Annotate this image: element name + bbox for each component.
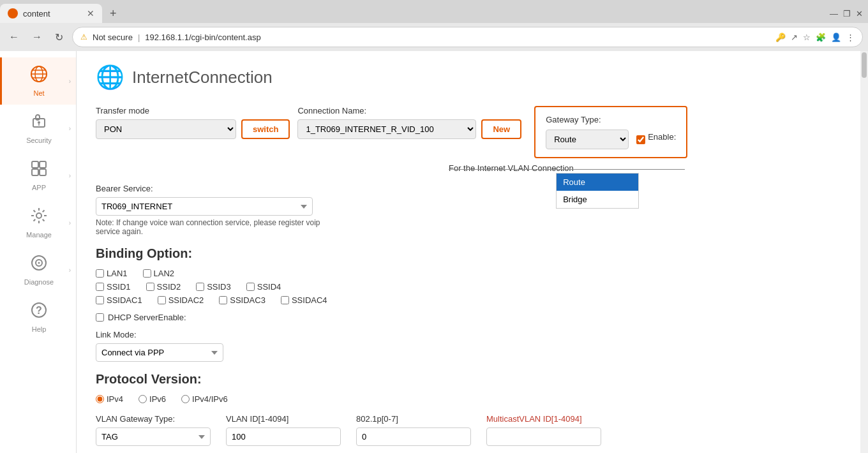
new-tab-button[interactable]: +	[102, 7, 124, 20]
vlan-id-input[interactable]	[226, 427, 341, 446]
link-mode-select[interactable]: Connect via PPP	[96, 343, 223, 362]
checkbox-row-ssidac: SSIDAC1 SSIDAC2 SSIDAC3 SSIDAC4	[96, 295, 841, 305]
checkbox-grid: LAN1 LAN2 SSID1 SSID2 SSID3	[96, 269, 841, 305]
vlan-gateway-type-select[interactable]: TAG	[96, 427, 211, 446]
ssidac3-checkbox[interactable]	[219, 296, 227, 304]
transfer-mode-label: Transfer mode	[96, 106, 290, 115]
ipv4ipv6-radio[interactable]	[181, 395, 190, 403]
checkbox-ssid4: SSID4	[246, 282, 281, 292]
net-icon	[30, 65, 48, 87]
sidebar-item-security[interactable]: Security ›	[0, 105, 76, 152]
app-arrow: ›	[69, 172, 71, 179]
ssid4-checkbox[interactable]	[246, 283, 255, 291]
dhcp-enable-checkbox[interactable]	[96, 313, 104, 322]
sidebar-item-manage[interactable]: Manage ›	[0, 199, 76, 246]
connection-name-select[interactable]: 1_TR069_INTERNET_R_VID_100	[297, 119, 476, 139]
tab-minimize[interactable]: —	[830, 9, 838, 19]
dhcp-enable-label: DHCP ServerEnable:	[108, 313, 186, 322]
checkbox-ssidac3: SSIDAC3	[219, 295, 266, 305]
star-icon[interactable]: ☆	[803, 33, 811, 42]
lan2-checkbox[interactable]	[143, 269, 151, 278]
radio-ipv6: IPv6	[138, 394, 166, 404]
sidebar: Net › Security ›	[0, 51, 77, 453]
share-icon[interactable]: ↗	[791, 33, 798, 42]
multicast-vlan-label: MulticastVLAN ID[1-4094]	[486, 414, 601, 424]
ipv4-radio[interactable]	[96, 395, 104, 403]
sidebar-item-diagnose[interactable]: Diagnose ›	[0, 246, 76, 293]
tab-title: content	[23, 9, 50, 19]
ipv6-radio[interactable]	[138, 395, 147, 403]
url-actions: 🔑 ↗ ☆ 🧩 👤 ⋮	[775, 33, 855, 42]
manage-icon	[30, 207, 48, 228]
main-content: 🌐 InternetConnection Transfer mode PON s…	[77, 51, 860, 453]
menu-icon[interactable]: ⋮	[846, 33, 855, 42]
ipv4-label: IPv4	[107, 394, 123, 404]
binding-option-title: Binding Option:	[96, 246, 841, 261]
ssid1-checkbox[interactable]	[96, 283, 104, 291]
lan2-label: LAN2	[154, 269, 175, 278]
sidebar-item-app[interactable]: APP ›	[0, 152, 76, 199]
vlan-id-label: VLAN ID[1-4094]	[226, 414, 341, 424]
transfer-mode-select[interactable]: PON	[96, 119, 236, 139]
info-text: For the Internet VLAN Connection	[449, 163, 574, 173]
multicast-vlan-group: MulticastVLAN ID[1-4094]	[486, 414, 601, 446]
sidebar-item-manage-label: Manage	[26, 231, 52, 239]
checkbox-ssid2: SSID2	[146, 282, 181, 292]
scrollbar-thumb[interactable]	[862, 52, 867, 78]
reload-button[interactable]: ↻	[51, 29, 67, 46]
vlan-8021p-label: 802.1p[0-7]	[356, 414, 471, 424]
diagnose-icon	[30, 254, 48, 276]
tab-maximize[interactable]: ❐	[843, 9, 851, 19]
checkbox-lan2: LAN2	[143, 269, 175, 278]
ipv6-label: IPv6	[149, 394, 166, 404]
sidebar-item-net[interactable]: Net ›	[0, 57, 76, 105]
checkbox-ssidac4: SSIDAC4	[281, 295, 327, 305]
ssid2-label: SSID2	[157, 282, 181, 292]
bearer-service-select[interactable]: TR069_INTERNET	[96, 197, 313, 216]
ssidac2-label: SSIDAC2	[168, 295, 204, 305]
new-button[interactable]: New	[481, 119, 521, 139]
bearer-service-label: Bearer Service:	[96, 184, 841, 193]
ssid3-checkbox[interactable]	[196, 283, 204, 291]
switch-button[interactable]: switch	[241, 119, 290, 139]
link-mode-section: Link Mode: Connect via PPP	[96, 330, 841, 362]
gateway-option-route[interactable]: Route	[557, 174, 638, 191]
lan1-checkbox[interactable]	[96, 269, 104, 278]
enable-checkbox[interactable]	[636, 135, 645, 144]
gateway-type-select[interactable]: Route	[546, 130, 629, 149]
multicast-vlan-input[interactable]	[486, 427, 601, 446]
url-bar[interactable]: ⚠ Not secure | 192.168.1.1/cgi-bin/conte…	[72, 27, 863, 47]
enable-label: Enable:	[648, 132, 676, 142]
svg-rect-12	[40, 169, 46, 175]
vlan-row: VLAN Gateway Type: TAG VLAN ID[1-4094] 8…	[96, 414, 841, 446]
globe-icon: 🌐	[96, 64, 124, 91]
vlan-8021p-group: 802.1p[0-7]	[356, 414, 471, 446]
close-tab-button[interactable]: ✕	[87, 8, 94, 19]
puzzle-icon[interactable]: 🧩	[816, 33, 826, 42]
vlan-8021p-input[interactable]	[356, 427, 471, 446]
svg-rect-10	[40, 161, 46, 168]
svg-point-13	[36, 213, 41, 218]
gateway-option-bridge[interactable]: Bridge	[557, 191, 638, 208]
vlan-id-group: VLAN ID[1-4094]	[226, 414, 341, 446]
ipv4ipv6-label: IPv4/IPv6	[192, 394, 228, 404]
checkbox-ssid3: SSID3	[196, 282, 231, 292]
ssid2-checkbox[interactable]	[146, 283, 154, 291]
ssidac4-checkbox[interactable]	[281, 296, 289, 304]
back-button[interactable]: ←	[5, 29, 23, 45]
sidebar-item-help[interactable]: ? Help	[0, 293, 76, 341]
tab-close[interactable]: ✕	[856, 9, 863, 19]
forward-button[interactable]: →	[28, 29, 46, 45]
radio-ipv4ipv6: IPv4/IPv6	[181, 394, 228, 404]
profile-icon[interactable]: 👤	[831, 33, 841, 42]
tab-favicon	[8, 8, 18, 19]
security-arrow: ›	[69, 125, 71, 132]
ssidac2-checkbox[interactable]	[158, 296, 166, 304]
ssidac1-checkbox[interactable]	[96, 296, 104, 304]
browser-tab[interactable]: content ✕	[0, 4, 102, 23]
checkbox-lan1: LAN1	[96, 269, 128, 278]
scrollbar[interactable]	[860, 51, 868, 453]
key-icon[interactable]: 🔑	[775, 33, 786, 42]
svg-text:?: ?	[36, 305, 42, 316]
ssidac4-label: SSIDAC4	[292, 295, 327, 305]
